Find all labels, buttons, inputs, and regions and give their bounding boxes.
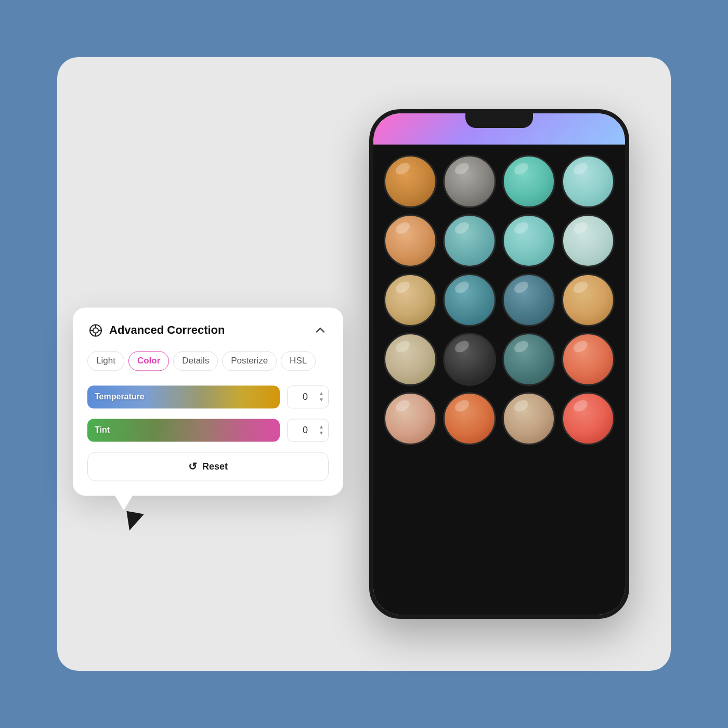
- pan-13: [384, 333, 437, 386]
- collapse-button[interactable]: [312, 322, 329, 339]
- cursor-arrow: [123, 511, 144, 532]
- pan-3: [502, 155, 555, 208]
- panel-title-group: Advanced Correction: [87, 322, 225, 339]
- tabs-row: Light Color Details Posterize HSL: [87, 351, 329, 371]
- pan-11: [502, 274, 555, 327]
- tint-value-box: 0 ▲ ▼: [287, 419, 329, 441]
- correction-panel: Advanced Correction Light Color Details …: [73, 307, 343, 496]
- pan-19: [502, 392, 555, 445]
- phone-notch: [465, 113, 533, 128]
- pan-15: [502, 333, 555, 386]
- tab-color[interactable]: Color: [128, 351, 169, 371]
- panel-title: Advanced Correction: [109, 323, 225, 337]
- tint-up-arrow[interactable]: ▲: [319, 424, 324, 430]
- phone-image-area: [373, 145, 625, 615]
- tint-value: 0: [292, 425, 319, 436]
- temperature-value-box: 0 ▲ ▼: [287, 385, 329, 408]
- pan-5: [384, 214, 437, 267]
- tint-row: Tint 0 ▲ ▼: [87, 419, 329, 441]
- pan-9: [384, 274, 437, 327]
- pan-4: [562, 155, 615, 208]
- reset-icon: ↺: [188, 460, 197, 473]
- pan-7: [502, 214, 555, 267]
- temperature-up-arrow[interactable]: ▲: [319, 391, 324, 396]
- pan-6: [443, 214, 496, 267]
- pan-10: [443, 274, 496, 327]
- svg-point-1: [93, 328, 98, 333]
- tint-arrows[interactable]: ▲ ▼: [319, 424, 324, 436]
- panel-header: Advanced Correction: [87, 322, 329, 339]
- tint-down-arrow[interactable]: ▼: [319, 431, 324, 436]
- main-card: Advanced Correction Light Color Details …: [57, 57, 671, 671]
- temperature-arrows[interactable]: ▲ ▼: [319, 391, 324, 402]
- pan-16: [562, 333, 615, 386]
- tab-posterize[interactable]: Posterize: [222, 351, 277, 371]
- reset-button[interactable]: ↺ Reset: [87, 452, 329, 481]
- temperature-slider[interactable]: Temperature: [87, 385, 280, 408]
- pan-18: [443, 392, 496, 445]
- tab-hsl[interactable]: HSL: [281, 351, 316, 371]
- tint-container: Tint 0 ▲ ▼: [87, 419, 329, 441]
- temperature-value: 0: [292, 392, 319, 402]
- temperature-row: Temperature 0 ▲ ▼: [87, 385, 329, 408]
- tint-label: Tint: [95, 425, 110, 435]
- correction-icon: [87, 322, 104, 339]
- pan-2: [443, 155, 496, 208]
- pan-12: [562, 274, 615, 327]
- temperature-label: Temperature: [95, 392, 145, 401]
- temperature-container: Temperature 0 ▲ ▼: [87, 385, 329, 408]
- temperature-down-arrow[interactable]: ▼: [319, 397, 324, 402]
- phone-mockup: [369, 109, 629, 619]
- tint-slider[interactable]: Tint: [87, 419, 280, 441]
- phone-screen: [373, 113, 625, 615]
- reset-label: Reset: [202, 461, 228, 472]
- pan-17: [384, 392, 437, 445]
- tab-light[interactable]: Light: [87, 351, 124, 371]
- eyeshadow-palette: [373, 145, 625, 615]
- pan-1: [384, 155, 437, 208]
- pan-8: [562, 214, 615, 267]
- phone-notch-area: [373, 113, 625, 145]
- tab-details[interactable]: Details: [173, 351, 218, 371]
- pan-20: [562, 392, 615, 445]
- pan-14: [443, 333, 496, 386]
